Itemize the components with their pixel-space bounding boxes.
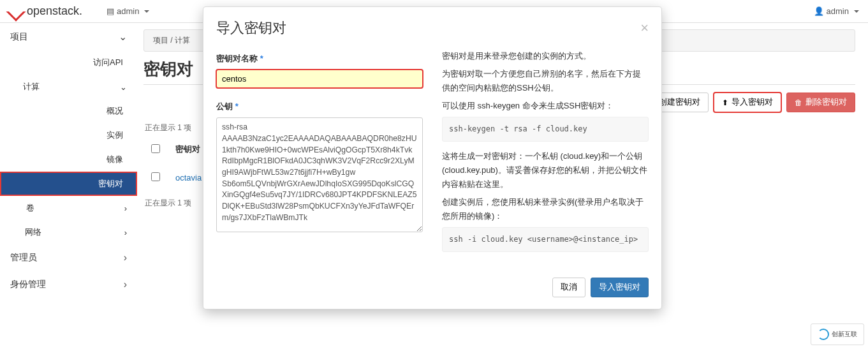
breadcrumb-a[interactable]: 项目	[153, 36, 168, 45]
submit-import-button[interactable]: 导入密钥对	[591, 278, 649, 297]
sidebar-panel-identity[interactable]: 身份管理 ›	[0, 271, 137, 298]
label-text: 密钥对名称	[216, 54, 258, 63]
breadcrumb-sep: /	[170, 36, 172, 45]
label-text: 公钥	[216, 101, 233, 111]
chevron-down-icon: ⌄	[120, 82, 127, 92]
help-text: 创建实例后，您使用私钥来登录实例(登录用户名取决于您所用的镜像)：	[442, 195, 649, 223]
modal-header: 导入密钥对 ×	[203, 7, 661, 47]
btn-label: 导入密钥对	[732, 97, 773, 108]
sidebar-label: 访问API	[93, 57, 123, 68]
sidebar-label: 项目	[10, 31, 28, 43]
modal-help-col: 密钥对是用来登录您创建的实例的方式。 为密钥对取一个方便您自己辨别的名字，然后在…	[442, 49, 649, 260]
public-key-textarea[interactable]	[216, 117, 423, 232]
btn-label: 删除密钥对	[805, 97, 847, 108]
sidebar-panel-compute[interactable]: 计算 ⌄	[0, 75, 137, 99]
project-icon: ▤	[107, 6, 114, 16]
project-label: admin	[117, 6, 139, 16]
pubkey-label: 公钥 *	[216, 100, 423, 114]
import-keypair-modal: 导入密钥对 × 密钥对名称 * 公钥 * 密钥对是用来登录您创建的实例的方式。 …	[203, 6, 662, 309]
btn-label: 取消	[561, 282, 577, 293]
chevron-right-icon: ›	[124, 252, 127, 264]
sidebar-label: 身份管理	[10, 279, 46, 290]
code-sshlogin: ssh -i cloud.key <username>@<instance_ip…	[442, 227, 649, 251]
sidebar-label: 镜像	[107, 154, 123, 165]
sidebar-item-overview[interactable]: 概况	[0, 99, 137, 123]
help-text: 密钥对是用来登录您创建的实例的方式。	[442, 49, 649, 63]
sidebar-panel-project[interactable]: 项目 ⌄	[0, 23, 137, 50]
user-label: admin	[827, 6, 849, 16]
required-star-icon: *	[235, 101, 239, 111]
sidebar-panel-volumes[interactable]: 卷 ›	[0, 196, 137, 220]
sidebar: 项目 ⌄ 访问API 计算 ⌄ 概况 实例 镜像 密钥对 卷 › 网络 ›	[0, 23, 137, 349]
user-menu[interactable]: 👤 admin	[814, 6, 859, 16]
breadcrumb-b[interactable]: 计算	[175, 36, 190, 45]
brand-text: openstack.	[27, 4, 82, 18]
sidebar-item-instances[interactable]: 实例	[0, 123, 137, 147]
select-all-checkbox[interactable]	[151, 144, 160, 153]
user-icon: 👤	[814, 6, 824, 16]
code-sshkeygen: ssh-keygen -t rsa -f cloud.key	[442, 117, 649, 141]
sidebar-panel-admin[interactable]: 管理员 ›	[0, 244, 137, 271]
chevron-right-icon: ›	[124, 204, 127, 213]
modal-footer: 取消 导入密钥对	[203, 271, 661, 309]
sidebar-item-keypairs[interactable]: 密钥对	[0, 172, 137, 196]
chevron-down-icon: ⌄	[119, 31, 127, 43]
brand: openstack.	[9, 4, 82, 19]
project-selector[interactable]: ▤ admin	[101, 4, 154, 18]
openstack-logo-icon	[6, 1, 26, 21]
upload-icon: ⬆	[722, 98, 728, 107]
sidebar-label: 密钥对	[98, 178, 123, 189]
badge-text: 创新互联	[832, 330, 857, 339]
btn-label: 创建密钥对	[659, 97, 700, 108]
import-keypair-button[interactable]: ⬆ 导入密钥对	[714, 93, 781, 112]
help-text: 可以使用 ssh-keygen 命令来生成SSH密钥对：	[442, 99, 649, 113]
sidebar-panel-network[interactable]: 网络 ›	[0, 220, 137, 244]
btn-label: 导入密钥对	[599, 282, 640, 293]
keypair-name-input[interactable]	[216, 70, 423, 88]
required-star-icon: *	[260, 54, 263, 63]
sidebar-item-access-api[interactable]: 访问API	[0, 50, 137, 75]
sidebar-item-images[interactable]: 镜像	[0, 147, 137, 172]
sidebar-label: 卷	[26, 202, 34, 214]
sidebar-label: 网络	[25, 226, 41, 238]
close-icon[interactable]: ×	[640, 20, 649, 36]
modal-title: 导入密钥对	[216, 19, 640, 38]
caret-down-icon	[854, 10, 859, 13]
swirl-icon	[818, 329, 829, 340]
help-text: 这将生成一对密钥对：一个私钥 (cloud.key)和一个公钥(cloud.ke…	[442, 149, 649, 191]
sidebar-label: 实例	[107, 130, 123, 141]
cancel-button[interactable]: 取消	[552, 278, 585, 297]
row-checkbox[interactable]	[151, 172, 160, 181]
help-text: 为密钥对取一个方便您自己辨别的名字，然后在下方提供的空间内粘贴您的SSH公钥。	[442, 67, 649, 95]
chevron-right-icon: ›	[124, 228, 127, 237]
chevron-right-icon: ›	[124, 279, 127, 290]
sidebar-label: 计算	[23, 81, 40, 93]
delete-keypair-button[interactable]: 🗑 删除密钥对	[786, 93, 855, 112]
watermark-badge: 创新互联	[811, 323, 864, 345]
trash-icon: 🗑	[795, 98, 802, 107]
name-label: 密钥对名称 *	[216, 52, 423, 66]
caret-down-icon	[144, 10, 149, 13]
sidebar-label: 概况	[107, 105, 123, 117]
sidebar-label: 管理员	[10, 252, 37, 264]
modal-form-col: 密钥对名称 * 公钥 *	[216, 49, 423, 260]
